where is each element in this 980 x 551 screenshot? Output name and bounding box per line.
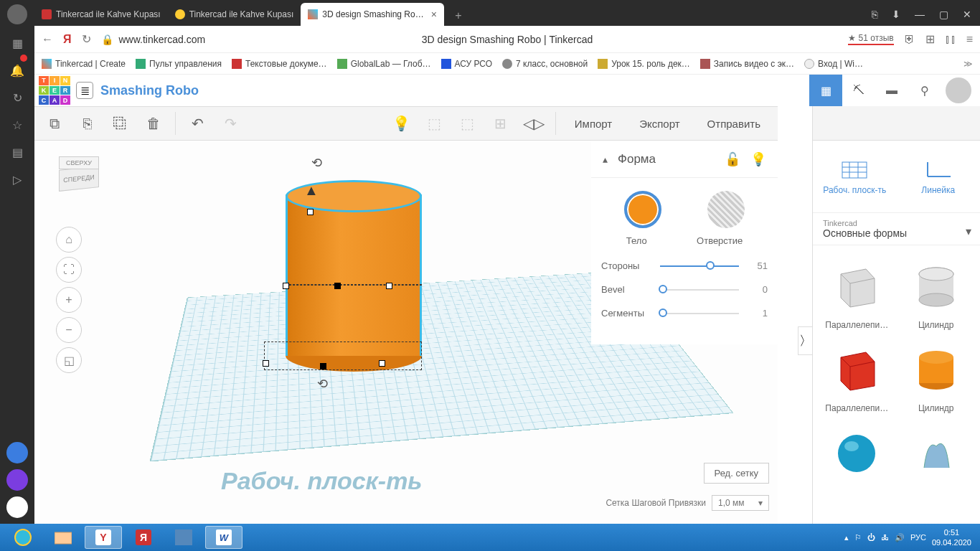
copy-icon[interactable]: ⧉	[40, 110, 69, 137]
word-icon[interactable]: W	[205, 526, 242, 549]
history-icon[interactable]: ↻	[9, 89, 26, 106]
user-avatar[interactable]	[946, 77, 971, 103]
reload-icon[interactable]: ↻	[82, 32, 91, 46]
category-selector[interactable]: Tinkercad Основные формы ▾	[813, 212, 980, 245]
bookmark-item[interactable]: 7 класс, основной	[502, 59, 588, 69]
export-button[interactable]: Экспорт	[628, 118, 691, 130]
zoom-out-icon[interactable]: −	[56, 317, 82, 343]
resize-handle[interactable]	[334, 283, 341, 289]
rotate-handle-top[interactable]: ⟲	[311, 155, 322, 171]
clipboard-icon[interactable]: ▤	[9, 143, 26, 161]
assistant-blue-icon[interactable]	[6, 442, 28, 463]
tinkercad-logo[interactable]: TIN KER CAD	[39, 76, 70, 105]
shape-cylinder-hole[interactable]: Цилиндр	[900, 253, 974, 330]
expand-library-icon[interactable]: 〉	[798, 326, 812, 355]
shape-box-hole[interactable]: Параллелепи…	[820, 253, 894, 330]
profile-avatar[interactable]	[7, 4, 27, 24]
bookmark-item[interactable]: Урок 15. роль дек…	[598, 59, 690, 69]
bookmark-item[interactable]: Запись видео с эк…	[700, 59, 794, 69]
ortho-view-icon[interactable]: ◱	[56, 347, 82, 373]
resize-handle[interactable]	[320, 363, 326, 369]
reader-icon[interactable]: ⫿⫿	[945, 33, 956, 46]
resize-handle[interactable]	[283, 283, 289, 289]
menu-icon[interactable]: ≡	[966, 33, 973, 46]
ungroup-icon[interactable]: ⬚	[453, 110, 482, 137]
delete-icon[interactable]: 🗑	[139, 110, 168, 137]
play-icon[interactable]: ▷	[9, 171, 26, 188]
design-list-icon[interactable]: ≣	[76, 82, 93, 99]
rotate-handle-bottom[interactable]: ⟲	[317, 376, 328, 392]
bell-icon[interactable]: 🔔	[9, 62, 26, 79]
align-icon[interactable]: ⊞	[486, 110, 515, 137]
invite-icon[interactable]: ⚲	[908, 75, 941, 106]
translate-icon[interactable]: ⊞	[925, 32, 935, 46]
explorer-icon[interactable]	[44, 526, 82, 549]
zoom-in-icon[interactable]: +	[56, 287, 82, 313]
shape-other[interactable]	[900, 419, 974, 484]
extension-icon[interactable]: ⎘	[872, 9, 877, 20]
yandex-red-icon[interactable]: Я	[125, 526, 162, 549]
shield-icon[interactable]: ⛨	[904, 33, 915, 46]
resize-handle[interactable]	[307, 209, 314, 215]
power-icon[interactable]: ⏻	[867, 533, 875, 542]
home-y-icon[interactable]: Я	[63, 33, 72, 46]
clock[interactable]: 0:51 09.04.2020	[932, 527, 971, 548]
yandex-icon[interactable]: Y	[85, 526, 122, 549]
hole-option[interactable]	[707, 191, 745, 228]
collapse-icon[interactable]: ▴	[603, 154, 608, 165]
tray-up-icon[interactable]: ▴	[844, 533, 849, 542]
bookmark-item[interactable]: Текстовые докуме…	[232, 59, 327, 69]
height-handle[interactable]: ▲	[304, 182, 319, 199]
shape-box-solid[interactable]: Параллелепи…	[820, 336, 894, 413]
flag-icon[interactable]: ⚐	[854, 533, 862, 542]
app-icon[interactable]	[165, 526, 202, 549]
project-title[interactable]: Smashing Robo	[100, 83, 199, 98]
maximize-icon[interactable]: ▢	[939, 9, 948, 20]
new-tab-button[interactable]: +	[448, 6, 468, 26]
slider[interactable]	[660, 289, 739, 291]
send-button[interactable]: Отправить	[696, 118, 772, 130]
lego-view-icon[interactable]: ▬	[875, 75, 908, 106]
bulb-icon[interactable]: 💡	[750, 151, 766, 167]
paste-icon[interactable]: ⎘	[73, 110, 102, 137]
close-icon[interactable]: ×	[431, 9, 437, 20]
ie-icon[interactable]	[4, 526, 42, 549]
slider[interactable]	[660, 313, 739, 314]
bookmark-item[interactable]: АСУ РСО	[441, 59, 493, 69]
assistant-white-icon[interactable]	[6, 496, 28, 518]
bookmark-item[interactable]: GlobalLab — Глоб…	[337, 59, 431, 69]
prop-value[interactable]: 0	[746, 284, 768, 295]
fit-view-icon[interactable]: ⛶	[56, 257, 82, 283]
prop-value[interactable]: 51	[746, 260, 768, 271]
shape-cylinder-solid[interactable]: Цилиндр	[900, 336, 974, 413]
tab-3-active[interactable]: 3D design Smashing Ro… ×	[301, 3, 444, 26]
assistant-purple-icon[interactable]	[6, 469, 28, 491]
import-button[interactable]: Импорт	[563, 118, 623, 130]
ruler-tool[interactable]: Линейка	[897, 141, 981, 212]
network-icon[interactable]: 🖧	[881, 533, 889, 542]
reviews-badge[interactable]: ★ 51 отзыв	[848, 33, 893, 45]
snap-select[interactable]: 1,0 мм▾	[712, 495, 769, 511]
slider[interactable]	[660, 265, 739, 267]
bulb-icon[interactable]: 💡	[387, 110, 416, 137]
bookmark-item[interactable]: Tinkercad | Create	[42, 59, 126, 69]
redo-icon[interactable]: ↷	[216, 110, 245, 137]
prop-value[interactable]: 1	[746, 308, 768, 319]
back-icon[interactable]: ←	[42, 33, 53, 46]
tab-2[interactable]: Tinkercad ile Kahve Kupası	[168, 3, 301, 26]
blocks-view-icon[interactable]: ▦	[809, 75, 842, 106]
duplicate-icon[interactable]: ⿻	[106, 110, 135, 137]
resize-handle[interactable]	[379, 360, 385, 367]
home-view-icon[interactable]: ⌂	[56, 227, 82, 253]
resize-handle[interactable]	[386, 283, 392, 289]
undo-icon[interactable]: ↶	[183, 110, 212, 137]
bookmark-item[interactable]: Вход | Wi…	[804, 59, 863, 69]
tab-1[interactable]: Tinkercad ile Kahve Kupası	[34, 3, 168, 26]
bookmark-item[interactable]: Пульт управления	[136, 59, 222, 69]
lang-indicator[interactable]: РУС	[910, 533, 926, 542]
group-icon[interactable]: ⬚	[420, 110, 449, 137]
resize-handle[interactable]	[263, 360, 269, 367]
mirror-icon[interactable]: ◁▷	[519, 110, 548, 137]
bricks-view-icon[interactable]: ⛏	[842, 75, 875, 106]
solid-option[interactable]	[624, 191, 661, 228]
